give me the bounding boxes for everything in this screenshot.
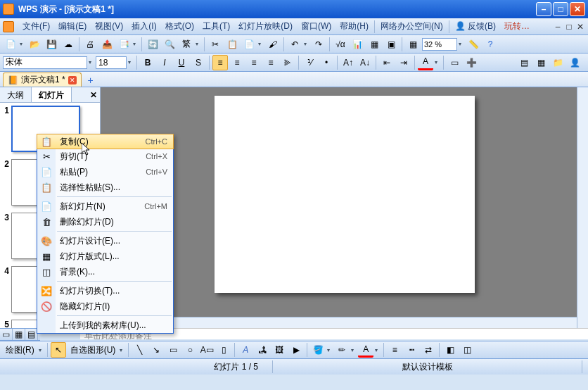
minimize-button[interactable]: – — [536, 2, 551, 16]
undo-button[interactable]: ↶ — [287, 37, 302, 52]
font-color-button[interactable]: A — [418, 55, 433, 70]
align-center-button[interactable]: ≡ — [229, 55, 245, 70]
redo-button[interactable]: ↷ — [311, 37, 326, 52]
draw-menu[interactable]: 绘图(R) — [3, 344, 37, 356]
clipart-button[interactable]: 🖼 — [271, 342, 287, 358]
paste-button[interactable]: 📄 — [241, 37, 257, 52]
vtextbox-button[interactable]: ▯ — [216, 342, 231, 358]
close-button[interactable]: ✕ — [570, 2, 585, 16]
arrowstyle-button[interactable]: ⇄ — [421, 342, 436, 358]
oval-button[interactable]: ○ — [182, 342, 198, 358]
align-right-button[interactable]: ≡ — [246, 55, 262, 70]
ctx-background[interactable]: ◫ 背景(K)... — [37, 264, 173, 279]
ctx-transition[interactable]: 🔀 幻灯片切换(T)... — [37, 283, 173, 298]
media-button[interactable]: ▶ — [288, 342, 304, 358]
align-left-button[interactable]: ≡ — [212, 55, 228, 70]
menu-slideshow[interactable]: 幻灯片放映(D) — [234, 19, 297, 34]
menu-window[interactable]: 窗口(W) — [297, 19, 335, 34]
table-button[interactable]: ▦ — [366, 37, 382, 52]
menu-view[interactable]: 视图(V) — [91, 19, 127, 34]
italic-button[interactable]: I — [157, 55, 172, 70]
tab-slides[interactable]: 幻灯片 — [32, 87, 72, 102]
pointer-button[interactable]: ↖ — [51, 342, 66, 358]
ctx-upload[interactable]: 上传到我的素材库(U)... — [37, 317, 173, 333]
rect-button[interactable]: ▭ — [165, 342, 181, 358]
linecolor-button[interactable]: ✏ — [334, 342, 350, 358]
menu-insert[interactable]: 插入(I) — [127, 19, 160, 34]
ctx-pastespecial[interactable]: 📋 选择性粘贴(S)... — [37, 180, 173, 195]
menu-edit[interactable]: 编辑(E) — [54, 19, 91, 34]
object-button[interactable]: ▣ — [383, 37, 399, 52]
pane1-button[interactable]: ▤ — [516, 55, 532, 70]
ctx-hide[interactable]: 🚫 隐藏幻灯片(I) — [37, 298, 173, 314]
equation-button[interactable]: √α — [333, 37, 348, 52]
3d-style-button[interactable]: ◫ — [459, 342, 475, 358]
formatpainter-button[interactable]: 🖌 — [265, 37, 281, 52]
bullet-list-button[interactable]: • — [319, 55, 334, 70]
save-button[interactable]: 💾 — [44, 37, 59, 52]
pdf-button[interactable]: 📑 — [116, 37, 132, 52]
mdi-restore-button[interactable]: □ — [564, 23, 574, 31]
align-justify-button[interactable]: ≡ — [263, 55, 279, 70]
ctx-layout[interactable]: ▦ 幻灯片版式(L)... — [37, 249, 173, 264]
print-button[interactable]: 🖨 — [82, 37, 98, 52]
ctx-paste[interactable]: 📄 粘贴(P) Ctrl+V — [37, 164, 173, 180]
maximize-button[interactable]: □ — [553, 2, 568, 16]
lang-button[interactable]: 繁 — [179, 37, 194, 52]
mdi-close-button[interactable]: ✕ — [575, 23, 585, 31]
refresh-button[interactable]: 🔄 — [145, 37, 160, 52]
ctx-newslide[interactable]: 📄 新幻灯片(N) Ctrl+M — [37, 199, 173, 214]
current-slide[interactable] — [215, 96, 475, 293]
textcolor-button[interactable]: A — [358, 342, 373, 358]
ctx-design[interactable]: 🎨 幻灯片设计(E)... — [37, 233, 173, 249]
menu-feedback[interactable]: 👤 反馈(B) — [451, 19, 500, 34]
textbox-button[interactable]: A▭ — [199, 342, 215, 358]
open-button[interactable]: 📂 — [27, 37, 42, 52]
ctx-cut[interactable]: ✂ 剪切(T) Ctrl+X — [37, 149, 173, 164]
help-button[interactable]: ? — [482, 37, 498, 52]
menu-format[interactable]: 格式(O) — [161, 19, 198, 34]
newslide-button[interactable]: ➕ — [464, 55, 479, 70]
increase-font-button[interactable]: A↑ — [340, 55, 356, 70]
picture-button[interactable]: 🏞 — [255, 342, 270, 358]
wordart-button[interactable]: A — [238, 342, 253, 358]
preview-button[interactable]: 🔍 — [162, 37, 177, 52]
savecloud-button[interactable]: ☁ — [60, 37, 76, 52]
doc-tab-close-button[interactable]: ✕ — [68, 76, 77, 84]
pane3-button[interactable]: 📁 — [550, 55, 565, 70]
fillcolor-button[interactable]: 🪣 — [310, 342, 326, 358]
mdi-minimize-button[interactable]: – — [553, 23, 563, 31]
grid-button[interactable]: ▦ — [405, 37, 421, 52]
decrease-font-button[interactable]: A↓ — [357, 55, 373, 70]
ruler-button[interactable]: 📏 — [466, 37, 481, 52]
linedashes-button[interactable]: ┅ — [404, 342, 419, 358]
zoom-input[interactable] — [422, 38, 457, 51]
autoshape-menu[interactable]: 自选图形(U) — [68, 344, 119, 356]
bold-button[interactable]: B — [140, 55, 155, 70]
shadow-button[interactable]: S — [191, 55, 206, 70]
ctx-delslide[interactable]: 🗑 删除幻灯片(D) — [37, 214, 173, 229]
lineweight-button[interactable]: ≡ — [387, 342, 402, 358]
menu-netspace[interactable]: 网络办公空间(N) — [376, 19, 447, 34]
ctx-copy[interactable]: 📋 复制(C) Ctrl+C — [37, 134, 174, 149]
panel-close-button[interactable]: ✕ — [87, 87, 100, 102]
app-menu-icon[interactable] — [3, 21, 14, 32]
arrow-button[interactable]: ↘ — [148, 342, 164, 358]
pane4-button[interactable]: 👤 — [567, 55, 582, 70]
chart-button[interactable]: 📊 — [350, 37, 365, 52]
underline-button[interactable]: U — [174, 55, 189, 70]
outdent-button[interactable]: ⇤ — [379, 55, 395, 70]
line-button[interactable]: ╲ — [132, 342, 147, 358]
distribute-button[interactable]: ⫸ — [280, 55, 295, 70]
font-name-input[interactable] — [3, 56, 87, 69]
indent-button[interactable]: ⇥ — [396, 55, 411, 70]
export-button[interactable]: 📤 — [99, 37, 115, 52]
normal-view-button[interactable]: ▭ — [0, 329, 13, 340]
menu-help[interactable]: 帮助(H) — [335, 19, 373, 34]
shadow-style-button[interactable]: ◧ — [442, 342, 458, 358]
font-size-input[interactable] — [96, 56, 127, 69]
design-button[interactable]: ▭ — [447, 55, 462, 70]
vertical-scrollbar[interactable] — [577, 87, 588, 328]
cut-button[interactable]: ✂ — [207, 37, 223, 52]
copy-button[interactable]: 📋 — [224, 37, 240, 52]
